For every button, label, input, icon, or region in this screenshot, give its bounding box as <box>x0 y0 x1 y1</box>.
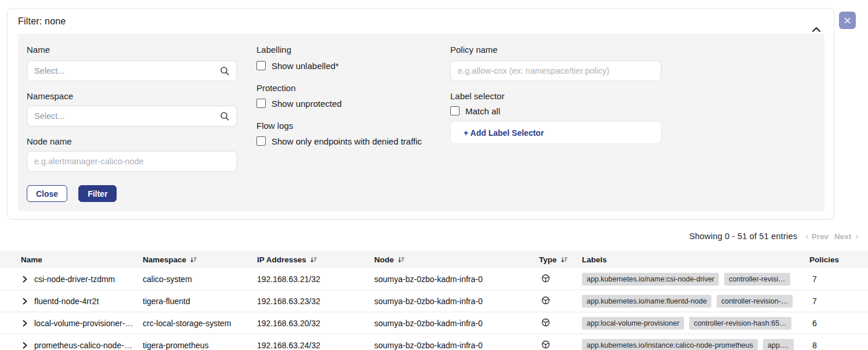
expand-row-icon[interactable] <box>22 276 28 283</box>
table-row[interactable]: csi-node-driver-tzdmm calico-system 192.… <box>0 268 868 290</box>
show-unlabelled-checkbox[interactable] <box>256 61 266 70</box>
show-unprotected-label: Show unprotected <box>272 99 342 109</box>
label-chip: app.kubernetes.io/instance:calico-node-p… <box>582 339 758 350</box>
filter-form: Name Namespace Node name <box>18 34 824 211</box>
close-filter-panel-button[interactable] <box>839 12 856 29</box>
endpoint-namespace: tigera-fluentd <box>143 297 257 306</box>
filter-column-middle: Labelling Show unlabelled* Protection Sh… <box>256 34 457 146</box>
endpoint-labels: app.kubernetes.io/name:csi-node-driverco… <box>582 273 809 286</box>
prev-page-button[interactable]: Prev <box>812 232 829 241</box>
node-name-field[interactable] <box>27 151 237 172</box>
node-name-input[interactable] <box>34 157 230 166</box>
search-icon <box>220 66 230 76</box>
show-unprotected-row: Show unprotected <box>256 98 457 109</box>
endpoint-ip-address: 192.168.63.24/32 <box>257 341 374 350</box>
endpoint-node: soumya-bz-0zbo-kadm-infra-0 <box>374 297 539 306</box>
table-row[interactable]: local-volume-provisioner-… crc-local-sto… <box>0 312 868 334</box>
endpoint-node: soumya-bz-0zbo-kadm-infra-0 <box>374 275 539 284</box>
filter-panel-title: Filter: none <box>18 16 66 27</box>
expand-row-icon[interactable] <box>22 320 28 327</box>
pod-icon <box>541 318 550 329</box>
endpoint-namespace: calico-system <box>143 275 257 284</box>
sort-icon[interactable] <box>190 256 197 264</box>
policy-name-label: Policy name <box>450 44 661 55</box>
show-unlabelled-label: Show unlabelled* <box>272 61 339 71</box>
filter-panel: Filter: none Name Namespace <box>7 8 834 219</box>
endpoint-labels: app:local-volume-provisionercontroller-r… <box>582 317 809 330</box>
endpoint-policies: 7 <box>809 297 868 306</box>
label-selector-label: Label selector <box>450 91 661 102</box>
close-icon <box>844 17 851 24</box>
sort-icon[interactable] <box>310 256 317 264</box>
endpoint-ip-address: 192.168.63.23/32 <box>257 297 374 306</box>
column-header-type[interactable]: Type <box>539 255 582 264</box>
table-row[interactable]: fluentd-node-4rr2t tigera-fluentd 192.16… <box>0 290 868 312</box>
label-chip: controller-revisi… <box>724 273 790 286</box>
column-header-labels[interactable]: Labels <box>582 255 809 264</box>
endpoints-table: Name Namespace IP Addresses <box>0 251 868 350</box>
endpoint-namespace: crc-local-storage-system <box>143 319 257 328</box>
namespace-filter-select[interactable] <box>27 106 237 127</box>
endpoints-page: Filter: none Name Namespace <box>0 0 868 350</box>
name-filter-label: Name <box>27 44 237 55</box>
search-icon <box>220 111 230 121</box>
sort-icon[interactable] <box>560 256 568 264</box>
namespace-filter-label: Namespace <box>27 91 237 102</box>
pod-icon <box>541 274 550 284</box>
endpoint-policies: 6 <box>809 319 868 328</box>
endpoint-policies: 8 <box>809 341 868 350</box>
endpoint-node: soumya-bz-0zbo-kadm-infra-0 <box>374 319 539 328</box>
pod-icon <box>541 296 550 306</box>
column-header-ip-addresses[interactable]: IP Addresses <box>257 255 374 264</box>
chevron-up-icon <box>812 27 821 33</box>
name-filter-input[interactable] <box>34 66 220 75</box>
column-header-policies[interactable]: Policies <box>809 255 868 264</box>
endpoint-node: soumya-bz-0zbo-kadm-infra-0 <box>374 341 539 350</box>
namespace-filter-input[interactable] <box>34 111 220 121</box>
expand-row-icon[interactable] <box>22 298 28 305</box>
endpoint-name: fluentd-node-4rr2t <box>34 297 99 306</box>
endpoint-name: local-volume-provisioner-… <box>34 319 133 328</box>
show-unprotected-checkbox[interactable] <box>256 99 266 108</box>
denied-traffic-row: Show only endpoints with denied traffic <box>256 136 457 146</box>
entries-summary: Showing 0 - 51 of 51 entries <box>689 232 797 241</box>
filter-column-left: Name Namespace Node name <box>27 34 237 202</box>
label-chip: controller-revision-hash:65… <box>689 317 791 330</box>
next-page-button[interactable]: Next <box>834 232 851 241</box>
protection-section-label: Protection <box>256 82 457 93</box>
label-chip: app:local-volume-provisioner <box>582 317 684 330</box>
table-row[interactable]: prometheus-calico-node-… tigera-promethe… <box>0 334 868 350</box>
match-all-label: Match all <box>465 106 500 116</box>
table-header: Name Namespace IP Addresses <box>0 251 868 268</box>
show-unlabelled-row: Show unlabelled* <box>256 60 457 71</box>
endpoint-name: csi-node-driver-tzdmm <box>34 275 115 284</box>
label-chip: app.kubernetes.io/name:fluentd-node <box>582 295 711 308</box>
label-chip: app.kubernetes.io/name:csi-node-driver <box>582 273 719 286</box>
next-page-icon[interactable]: › <box>855 231 859 241</box>
add-label-selector-button[interactable]: + Add Label Selector <box>450 121 661 144</box>
expand-row-icon[interactable] <box>22 342 28 349</box>
denied-traffic-checkbox[interactable] <box>256 136 266 146</box>
column-header-node[interactable]: Node <box>374 255 539 264</box>
policy-name-input[interactable] <box>458 66 654 75</box>
denied-traffic-label: Show only endpoints with denied traffic <box>272 136 422 146</box>
endpoint-policies: 7 <box>809 275 868 284</box>
column-header-namespace[interactable]: Namespace <box>143 255 257 264</box>
endpoint-ip-address: 192.168.63.21/32 <box>257 275 374 284</box>
name-filter-select[interactable] <box>27 60 237 81</box>
label-chip: controller-revision-… <box>717 295 793 308</box>
close-button[interactable]: Close <box>27 185 67 202</box>
flow-logs-section-label: Flow logs <box>256 120 457 131</box>
filter-actions: Close Filter <box>27 185 237 202</box>
endpoint-namespace: tigera-prometheus <box>143 341 257 350</box>
match-all-checkbox[interactable] <box>450 106 460 116</box>
filter-button[interactable]: Filter <box>78 185 117 202</box>
column-header-name[interactable]: Name <box>0 255 143 264</box>
table-body: csi-node-driver-tzdmm calico-system 192.… <box>0 268 868 350</box>
sort-icon[interactable] <box>397 256 405 264</box>
prev-page-icon[interactable]: ‹ <box>805 231 809 241</box>
label-chip: app.… <box>763 339 794 350</box>
pagination-bar: Showing 0 - 51 of 51 entries ‹ Prev Next… <box>689 230 859 242</box>
endpoint-name: prometheus-calico-node-… <box>34 341 132 350</box>
policy-name-field[interactable] <box>450 60 661 81</box>
